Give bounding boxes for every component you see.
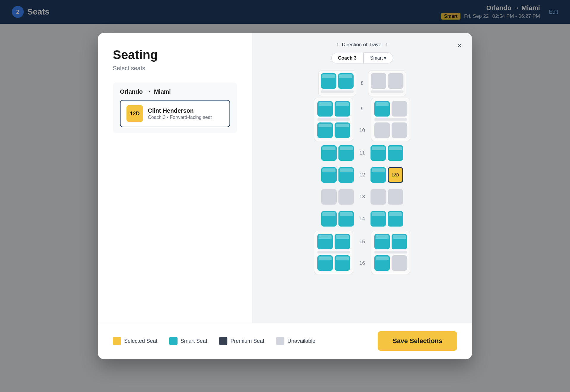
legend-dot-unavailable xyxy=(276,337,284,345)
svg-rect-32 xyxy=(323,169,335,177)
svg-rect-17 xyxy=(376,112,388,114)
seat-12c[interactable] xyxy=(370,167,386,183)
svg-rect-54 xyxy=(319,236,331,244)
seat-9d[interactable] xyxy=(392,101,407,117)
seat-16a[interactable] xyxy=(317,255,333,271)
seat-15b[interactable] xyxy=(335,234,350,249)
svg-rect-69 xyxy=(394,266,405,269)
seat-8c[interactable] xyxy=(371,73,386,89)
svg-rect-39 xyxy=(323,200,335,203)
seat-8b[interactable] xyxy=(338,73,354,89)
svg-rect-46 xyxy=(323,213,335,221)
close-button[interactable]: × xyxy=(454,40,465,51)
svg-rect-33 xyxy=(323,178,335,181)
save-selections-button[interactable]: Save Selections xyxy=(378,331,457,351)
smart-button[interactable]: Smart ▾ xyxy=(364,52,393,63)
table-row: 8 xyxy=(261,71,463,96)
right-group-row13 xyxy=(368,187,406,207)
seat-9a[interactable] xyxy=(317,101,333,117)
seat-10a[interactable] xyxy=(317,122,333,138)
svg-rect-21 xyxy=(376,133,388,136)
svg-rect-3 xyxy=(340,84,352,87)
seat-12a[interactable] xyxy=(321,167,337,183)
seat-10b[interactable] xyxy=(335,122,350,138)
seat-14b[interactable] xyxy=(338,211,354,227)
seat-8d[interactable] xyxy=(388,73,403,89)
left-group-row8 xyxy=(318,71,356,96)
svg-rect-67 xyxy=(376,266,388,269)
passenger-name: Clint Henderson xyxy=(148,107,212,114)
seat-10d[interactable] xyxy=(392,122,407,138)
passenger-details: Coach 3 • Forward-facing seat xyxy=(148,115,212,120)
svg-rect-29 xyxy=(373,156,384,159)
seat-13d[interactable] xyxy=(388,189,403,205)
direction-arrow-up-right: ↑ xyxy=(386,42,388,48)
right-panel[interactable]: × ↑ Direction of Travel ↑ Coach 3 Smart … xyxy=(252,33,472,323)
legend-label-unavailable: Unavailable xyxy=(287,338,315,344)
legend-selected: Selected Seat xyxy=(113,337,157,345)
seat-11c[interactable] xyxy=(370,145,386,161)
table-row: 13 xyxy=(261,187,463,207)
direction-label: Direction of Travel xyxy=(342,42,383,48)
svg-rect-9 xyxy=(319,112,331,114)
legend-dot-selected xyxy=(113,337,121,345)
svg-rect-51 xyxy=(373,222,384,224)
row-numbers-15-16: 15 16 xyxy=(353,231,371,274)
row-number-15: 15 xyxy=(356,239,368,245)
svg-rect-53 xyxy=(390,222,401,224)
row-number-13: 13 xyxy=(356,194,368,200)
svg-rect-56 xyxy=(337,236,348,244)
modal-body: Seating Select seats Orlando → Miami 12D… xyxy=(98,33,472,323)
svg-rect-7 xyxy=(390,84,401,87)
svg-rect-36 xyxy=(373,169,384,177)
seat-16b[interactable] xyxy=(335,255,350,271)
seat-16d[interactable] xyxy=(392,255,407,271)
modal-footer: Selected Seat Smart Seat Premium Seat Un… xyxy=(98,323,472,359)
coach-button[interactable]: Coach 3 xyxy=(331,53,363,63)
seat-14c[interactable] xyxy=(370,211,386,227)
right-group-rows15-16 xyxy=(371,231,410,274)
row-number-12: 12 xyxy=(356,172,368,178)
seat-15a[interactable] xyxy=(317,234,333,249)
seat-15c[interactable] xyxy=(374,234,390,249)
seat-9c[interactable] xyxy=(374,101,390,117)
svg-rect-65 xyxy=(394,245,405,247)
route-to: Miami xyxy=(154,88,171,95)
left-group-row13 xyxy=(319,187,356,207)
seating-modal: Seating Select seats Orlando → Miami 12D… xyxy=(98,33,472,359)
seat-11d[interactable] xyxy=(388,145,403,161)
svg-rect-23 xyxy=(394,133,405,136)
svg-rect-38 xyxy=(323,191,335,199)
legend-label-smart: Smart Seat xyxy=(180,338,207,344)
seat-15d[interactable] xyxy=(392,234,407,249)
passenger-card[interactable]: 12D Clint Henderson Coach 3 • Forward-fa… xyxy=(120,100,230,127)
svg-rect-11 xyxy=(337,112,348,114)
seat-11b[interactable] xyxy=(338,145,354,161)
seat-12b[interactable] xyxy=(338,167,354,183)
right-group-rows9-10 xyxy=(371,98,410,141)
left-group-row14 xyxy=(319,209,356,229)
legend-label-selected: Selected Seat xyxy=(124,338,157,344)
seat-14d[interactable] xyxy=(388,211,403,227)
svg-rect-41 xyxy=(341,200,352,203)
seat-8a[interactable] xyxy=(321,73,336,89)
svg-rect-0 xyxy=(323,75,334,83)
seat-13a[interactable] xyxy=(321,189,337,205)
svg-rect-61 xyxy=(337,266,348,269)
legend-dot-premium xyxy=(219,337,227,345)
row-number-8: 8 xyxy=(356,80,368,86)
svg-rect-59 xyxy=(319,266,331,269)
seat-13b[interactable] xyxy=(338,189,354,205)
svg-rect-64 xyxy=(394,236,405,244)
row-number-14: 14 xyxy=(356,216,368,222)
seat-9b[interactable] xyxy=(335,101,350,117)
svg-rect-62 xyxy=(376,236,388,244)
svg-rect-6 xyxy=(390,75,401,83)
seat-16c[interactable] xyxy=(374,255,390,271)
table-row: 11 xyxy=(261,143,463,163)
seat-13c[interactable] xyxy=(370,189,386,205)
seat-11a[interactable] xyxy=(321,145,337,161)
seat-12d-selected[interactable]: 12D xyxy=(388,167,403,183)
seat-10c[interactable] xyxy=(374,122,390,138)
seat-14a[interactable] xyxy=(321,211,337,227)
